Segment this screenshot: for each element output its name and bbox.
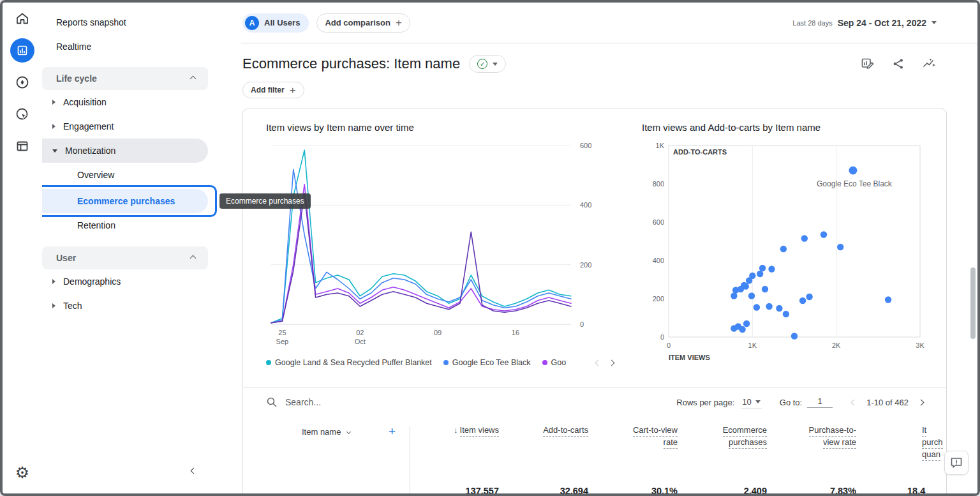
filter-bar: Add filter + [241,82,977,98]
explore-icon[interactable] [3,66,42,98]
expand-right-icon [52,100,56,105]
sidebar-item-overview[interactable]: Overview [42,163,208,187]
table-toolbar: Rows per page: 10 Go to: 1 1-10 of 462 [243,387,946,417]
svg-text:0: 0 [660,333,664,341]
go-to-input[interactable]: 1 [807,396,833,408]
svg-text:200: 200 [653,295,664,303]
sidebar-item-monetization[interactable]: Monetization [42,139,208,163]
plus-icon: + [290,85,296,96]
go-to-label: Go to: [780,398,802,407]
line-chart-panel: Item views by Item name over time 020040… [266,122,614,372]
scatter-chart-title: Item views and Add-to-carts by Item name [642,122,925,133]
legend-item[interactable]: Google Eco Tee Black [443,358,531,367]
reports-nav-sidebar: Reports snapshot Realtime Life cycle Acq… [42,3,241,493]
sidebar-item-ecommerce-purchases[interactable]: Ecommerce purchases [42,189,208,213]
svg-text:0: 0 [667,342,671,349]
svg-text:400: 400 [580,201,591,209]
sidebar-item-realtime[interactable]: Realtime [42,34,208,59]
legend-prev-icon[interactable] [595,359,602,366]
nav-rail: ⚙ [3,3,42,493]
svg-text:2K: 2K [832,342,841,349]
page-prev-icon[interactable] [851,399,858,405]
column-header-purchase-to-view-rate[interactable]: Purchase-to- view rate [767,425,856,449]
data-quality-badge[interactable]: ✓ [469,55,506,73]
table-search[interactable] [266,396,424,408]
sidebar-item-retention[interactable]: Retention [42,213,208,237]
scatter-chart-panel: Item views and Add-to-carts by Item name… [642,122,925,372]
svg-text:400: 400 [653,257,664,264]
rows-per-page-select[interactable]: 10 [741,396,761,409]
chevron-left-icon [191,468,197,474]
collapse-sidebar-button[interactable] [188,460,200,479]
add-comparison-button[interactable]: Add comparison + [316,13,410,33]
svg-text:3K: 3K [916,342,924,349]
expand-right-icon [52,124,56,129]
advertising-icon[interactable] [3,98,42,130]
line-chart[interactable]: 020040060025Sep02Oct0916 [266,138,614,352]
legend-item[interactable]: Goo [542,358,566,367]
search-input[interactable] [284,396,424,408]
search-icon [266,396,278,408]
sort-descending-icon: ↓ [454,425,458,435]
all-users-chip[interactable]: A All Users [242,13,309,33]
caret-down-icon [493,63,498,66]
column-header-item-name[interactable]: Item name + [266,425,410,439]
legend-next-icon[interactable] [609,359,615,366]
svg-text:02: 02 [356,329,364,336]
legend-item[interactable]: Google Land & Sea Recycled Puffer Blanke… [266,358,432,367]
column-header-item-views[interactable]: ↓Item views [410,425,499,437]
svg-text:25: 25 [278,329,286,336]
svg-text:0: 0 [580,320,584,328]
reports-icon[interactable] [3,34,42,66]
section-life-cycle[interactable]: Life cycle [42,67,208,90]
reports-active-circle [10,38,34,63]
sidebar-item-acquisition[interactable]: Acquisition [42,90,208,114]
column-header-ecommerce-purchases[interactable]: Ecommerce purchases [678,425,767,449]
plus-icon: + [396,17,402,28]
total-item-purchase-quantity: 18,4 [856,486,946,496]
legend-dot-icon [443,360,449,365]
rows-per-page-label: Rows per page: [676,398,734,407]
legend-dot-icon [542,360,547,365]
sidebar-item-reports-snapshot[interactable]: Reports snapshot [42,10,208,34]
page-next-icon[interactable] [918,399,924,405]
caret-down-icon [932,21,937,24]
add-column-button[interactable]: + [389,425,396,439]
date-range-picker[interactable]: Last 28 days Sep 24 - Oct 21, 2022 [792,18,937,28]
feedback-button[interactable] [944,451,969,475]
column-header-add-to-carts[interactable]: Add-to-carts [499,425,588,437]
legend-items: Google Land & Sea Recycled Puffer Blanke… [266,358,566,367]
column-header-cart-to-view-rate[interactable]: Cart-to-view rate [588,425,678,449]
chevron-up-icon [190,75,197,82]
sidebar-item-tech[interactable]: Tech [42,294,208,318]
svg-text:1K: 1K [656,142,665,149]
sidebar-item-engagement[interactable]: Engagement [42,114,208,139]
page-title: Ecommerce purchases: Item name [242,56,460,72]
section-user[interactable]: User [42,246,208,269]
app-window: ⚙ Reports snapshot Realtime Life cycle A… [0,0,980,496]
add-filter-button[interactable]: Add filter + [242,82,304,98]
svg-text:1K: 1K [748,342,757,349]
total-add-to-carts: 32,694 [499,486,588,496]
svg-text:600: 600 [653,218,664,226]
share-icon[interactable] [892,57,905,71]
column-header-item-purchase-quantity[interactable]: It purch quan [856,425,946,461]
home-icon[interactable] [3,3,42,34]
caret-down-icon [346,429,351,433]
svg-text:Google Eco Tee Black: Google Eco Tee Black [817,179,893,188]
svg-text:16: 16 [512,329,519,336]
avatar: A [245,16,259,30]
total-cart-to-view-rate: 30.1% [588,486,678,496]
scrollbar-thumb[interactable] [970,267,976,339]
insights-icon[interactable] [923,57,937,71]
scatter-chart[interactable]: 01K2K3K02004006008001KADD-TO-CARTSITEM V… [642,138,925,369]
report-card: Item views by Item name over time 020040… [242,109,947,496]
svg-text:Oct: Oct [355,338,366,345]
pagination-range: 1-10 of 462 [866,398,909,407]
expand-right-icon [52,303,56,308]
main-content: A All Users Add comparison + Last 28 day… [241,3,977,493]
library-icon[interactable] [3,130,42,162]
customize-report-icon[interactable] [861,57,874,71]
sidebar-item-demographics[interactable]: Demographics [42,269,208,294]
admin-gear-icon[interactable]: ⚙ [3,463,42,482]
